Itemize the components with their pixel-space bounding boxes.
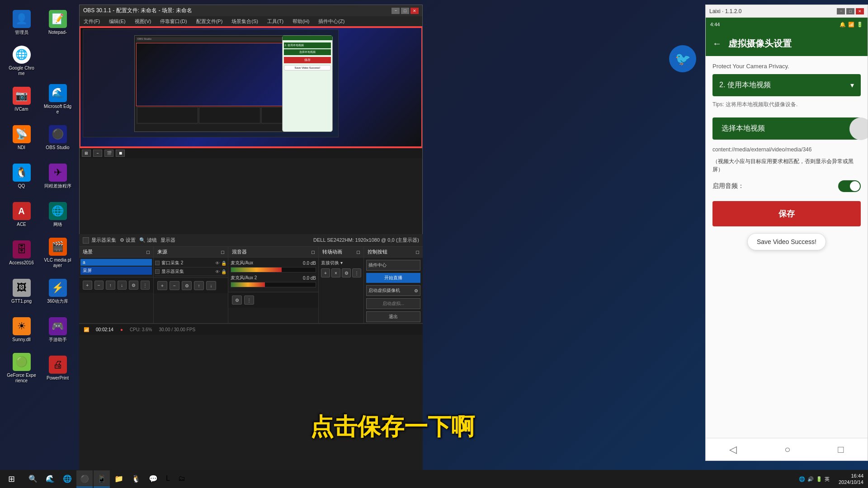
taskbar-files[interactable]: 🗂 [175,470,189,488]
desktop-icon-travel[interactable]: ✈ 同程差旅程序 [41,158,75,194]
taskbar-folder[interactable]: 📁 [111,470,127,488]
obs-virtual-camera-btn[interactable]: 启动虚拟摄像机 ⚙ [366,285,420,296]
obs-scene-up[interactable]: ↑ [106,281,115,290]
taskbar-laixi[interactable]: 📱 [94,470,110,488]
obs-scene-settings[interactable]: ⚙ [129,281,138,290]
obs-menu-help[interactable]: 帮助(H) [291,17,311,26]
desktop-icon-gtt[interactable]: 🖼 GTT1.png [5,273,38,310]
obs-src-lock-2[interactable]: 🔒 [221,269,226,274]
obs-mixer-settings[interactable]: ⚙ [232,296,242,305]
obs-scene-down[interactable]: ↓ [118,281,127,290]
obs-menu-plugins[interactable]: 插件中心(Z) [316,17,346,26]
desktop-icon-chrome[interactable]: 🌐 Google Chrome [5,43,38,79]
laixi-maximize-btn[interactable]: □ [846,8,854,14]
obs-settings-label[interactable]: ⚙ 设置 [120,237,136,244]
laixi-window[interactable]: Laixi · 1.1.2.0 － □ ✕ 4:44 🔔 📶 🔋 ← 虚拟摄像头 [705,5,868,461]
phone-save-button[interactable]: 保存 [712,201,861,226]
obs-src-lock[interactable]: 🔒 [221,261,226,266]
obs-ctrl-1[interactable]: ⊞ [82,150,91,157]
obs-close-btn[interactable]: ✕ [410,8,419,14]
taskbar-obs[interactable]: ⚫ [76,470,93,488]
phone-content-path: content://media/external/video/media/346 [712,146,861,153]
obs-studio-btn[interactable]: 启动虚拟... [366,298,420,309]
obs-mixer-more[interactable]: ⋮ [244,296,254,305]
taskbar-chrome[interactable]: 🌐 [59,470,75,488]
obs-src-up[interactable]: ↑ [194,281,204,290]
phone-audio-toggle[interactable] [838,180,861,192]
desktop-icon-ace[interactable]: A ACE [5,197,38,233]
obs-menu-file[interactable]: 文件(F) [82,17,102,26]
phone-select-video-btn[interactable]: 选择本地视频 › [712,117,861,140]
obs-src-del[interactable]: − [170,281,179,290]
obs-virtual-camera-settings[interactable]: ⚙ [414,288,418,293]
obs-source-window-label: 窗口采集 2 [161,260,183,266]
obs-menu-scene[interactable]: 场景集合(S) [230,17,260,26]
obs-monitor-label: 显示器采集 [83,237,116,244]
obs-maximize-btn[interactable]: □ [401,8,409,14]
laixi-close-btn[interactable]: ✕ [856,8,864,14]
taskbar-laixi2[interactable]: L [162,470,174,488]
desktop-icon-notepad[interactable]: 📝 Notepad- [41,5,75,41]
obs-ctrl-2[interactable]: − [93,150,102,157]
obs-src-settings[interactable]: ⚙ [182,281,192,290]
obs-minimize-btn[interactable]: － [392,8,400,14]
obs-scene-del[interactable]: − [94,281,104,290]
phone-back-button[interactable]: ← [712,38,722,49]
desktop-icon-access[interactable]: 🗄 Access2016 [5,235,38,271]
phone-nav-back[interactable]: ◁ [729,444,737,455]
obs-menu-profile[interactable]: 配置文件(P) [194,17,225,26]
obs-scene-capture[interactable]: 采屏 [80,267,152,275]
desktop-icon-qq[interactable]: 🐧 QQ [5,158,38,194]
desktop-icon-obs[interactable]: ⚫ OBS Studio [41,120,75,156]
phone-video-dropdown[interactable]: 2. 使用本地视频 ▾ [712,74,861,96]
taskbar-search[interactable]: 🔍 [25,470,41,488]
obs-src-add[interactable]: + [157,281,167,290]
desktop-icon-360[interactable]: ⚡ 360动力库 [41,273,75,310]
obs-transition-more[interactable]: ⋮ [352,268,361,277]
desktop-icon-ivcam[interactable]: 📷 iVCam [5,81,38,117]
obs-menu-edit[interactable]: 编辑(E) [107,17,127,26]
obs-transition-settings[interactable]: ⚙ [342,268,351,277]
obs-ctrl-3[interactable]: 🎬 [104,150,113,157]
obs-transition-cut[interactable]: 直接切换 ▾ [321,260,361,266]
phone-battery-icon: 🔋 [857,22,863,28]
taskbar-edge[interactable]: 🌊 [42,470,58,488]
obs-src-down[interactable]: ↓ [206,281,216,290]
obs-monitor-checkbox[interactable] [83,237,89,244]
obs-start-stream-btn[interactable]: 开始直播 [366,273,420,283]
phone-nav-recents[interactable]: □ [838,444,844,455]
taskbar-qq[interactable]: 🐧 [128,470,144,488]
obs-menu-tools[interactable]: 工具(T) [265,17,285,26]
obs-ctrl-4[interactable]: ⏹ [116,150,125,157]
taskbar-start-button[interactable]: ⊞ [0,470,23,488]
desktop-icon-power[interactable]: 🖨 PowerPrint [41,350,75,386]
obs-scene-a[interactable]: a [80,259,152,266]
desktop-icon-game[interactable]: 🎮 手游助手 [41,312,75,348]
obs-src-eye-2[interactable]: 👁 [215,269,220,274]
obs-menu-dock[interactable]: 停靠窗口(D) [158,17,189,26]
desktop-icon-edge[interactable]: 🌊 Microsoft Edge [41,81,75,117]
obs-exit-btn[interactable]: 退出 [366,311,420,322]
obs-src-eye[interactable]: 👁 [215,261,220,266]
phone-nav-home[interactable]: ○ [784,444,790,455]
taskbar-clock[interactable]: 16:44 2024/10/14 [834,473,868,486]
obs-transition-add[interactable]: + [321,268,330,277]
phone-sim-header [283,36,333,40]
desktop-icon-network[interactable]: 🌐 网络 [41,197,75,233]
desktop-icon-geforce[interactable]: 🟢 GeForce Experience [5,350,38,386]
desktop-icon-vlc[interactable]: 🎬 VLC media player [41,235,75,271]
obs-source-checkbox-2[interactable] [155,269,160,274]
obs-filter-label[interactable]: 🔍 滤镜 [139,237,157,244]
desktop-icon-sunny[interactable]: ☀ Sunny.dll [5,312,38,348]
desktop-icon-ndi[interactable]: 📡 NDI [5,120,38,156]
taskbar-wechat[interactable]: 💬 [145,470,161,488]
obs-source-checkbox-1[interactable] [155,261,160,265]
obs-window[interactable]: OBS 30.1.1 - 配置文件: 未命名 - 场景: 未命名 － □ ✕ 文… [79,5,423,235]
obs-scene-add[interactable]: + [83,281,92,290]
desktop-icon-admin[interactable]: 👤 管理员 [5,5,38,41]
obs-scene-more[interactable]: ⋮ [141,281,150,290]
obs-plugin-center-btn[interactable]: 插件中心 [366,260,420,271]
laixi-minimize-btn[interactable]: － [837,8,845,14]
obs-transition-del[interactable]: × [331,268,340,277]
obs-menu-view[interactable]: 视图(V) [133,17,153,26]
